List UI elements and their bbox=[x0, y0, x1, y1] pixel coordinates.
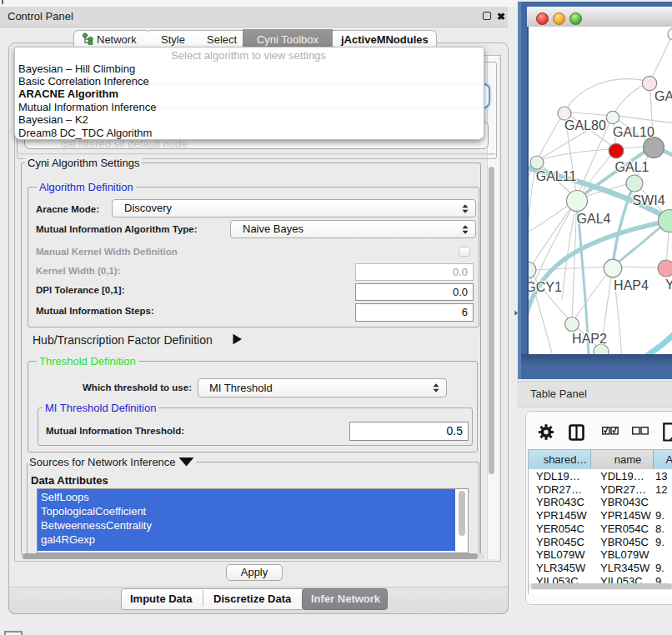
svg-text:GAL80: GAL80 bbox=[564, 118, 606, 132]
svg-text:GAL2: GAL2 bbox=[654, 89, 672, 103]
svg-text:GAL1: GAL1 bbox=[615, 160, 649, 174]
svg-text:GAL11: GAL11 bbox=[536, 169, 577, 183]
svg-text:HAP4: HAP4 bbox=[614, 278, 649, 292]
svg-text:GAL10: GAL10 bbox=[613, 125, 654, 139]
svg-text:GCY1: GCY1 bbox=[529, 280, 562, 294]
svg-text:YE: YE bbox=[665, 278, 672, 292]
svg-text:SWI4: SWI4 bbox=[632, 193, 664, 208]
svg-text:HAP2: HAP2 bbox=[572, 332, 607, 346]
svg-text:GAL4: GAL4 bbox=[577, 212, 611, 226]
